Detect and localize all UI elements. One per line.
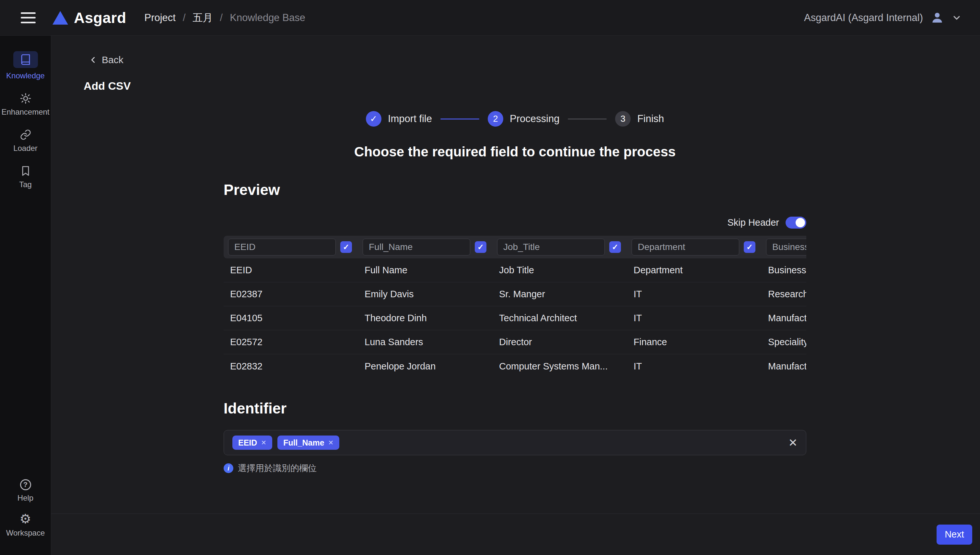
table-cell: Job Title (492, 265, 627, 276)
breadcrumb-project[interactable]: Project (144, 12, 175, 24)
table-cell: Penelope Jordan (358, 361, 492, 372)
column-checkbox[interactable]: ✓ (340, 241, 352, 253)
user-icon[interactable] (930, 11, 945, 25)
table-cell: IT (627, 313, 761, 324)
back-label: Back (102, 55, 124, 66)
table-cell: E02572 (224, 337, 358, 347)
back-button[interactable]: Back (88, 55, 124, 66)
column-field-input[interactable] (228, 239, 336, 255)
account-label: AsgardAI (Asgard Internal) (804, 12, 923, 24)
table-row: E02572 Luna Sanders Director Finance Spe… (224, 330, 806, 354)
clear-all-icon[interactable]: ✕ (789, 436, 798, 449)
identifier-select[interactable]: EEID ✕ Full_Name ✕ ✕ (224, 430, 806, 455)
table-cell: Emily Davis (358, 289, 492, 300)
breadcrumb-separator: / (183, 12, 186, 24)
table-cell: Manufactu (761, 361, 806, 372)
bookmark-icon (20, 165, 31, 177)
help-icon: ? (20, 479, 31, 490)
stepper: ✓ Import file 2 Processing 3 Finish (224, 111, 806, 127)
identifier-heading: Identifier (224, 399, 806, 417)
identifier-chip: EEID ✕ (232, 436, 272, 450)
column-field-input[interactable] (632, 239, 739, 255)
footer-bar: Next (51, 513, 980, 555)
table-cell: EEID (224, 265, 358, 276)
step-import-file: ✓ Import file (366, 111, 432, 127)
table-cell: Computer Systems Man... (492, 361, 627, 372)
column-header-cell: ✓ (632, 239, 766, 255)
sun-icon (20, 93, 31, 104)
sidebar-item-label: Enhancement (1, 107, 49, 117)
sidebar-item-label: Help (18, 494, 34, 502)
table-cell: E04105 (224, 313, 358, 324)
step-number: 3 (615, 111, 631, 127)
toggle-knob (796, 218, 805, 227)
page-title: Add CSV (84, 80, 980, 92)
chip-remove-icon[interactable]: ✕ (261, 439, 266, 446)
table-row: EEID Full Name Job Title Department Busi… (224, 258, 806, 282)
table-header-row: ✓ ✓ ✓ ✓ (224, 236, 806, 258)
table-cell: Department (627, 265, 761, 276)
sidebar-item-label: Workspace (6, 528, 45, 537)
next-button[interactable]: Next (937, 525, 972, 545)
breadcrumb-current-page: Knowledge Base (230, 12, 305, 24)
main-content: Back Add CSV ✓ Import file 2 Processing … (51, 35, 980, 555)
skip-header-label: Skip Header (727, 217, 779, 228)
column-checkbox[interactable]: ✓ (475, 241, 486, 253)
breadcrumb-separator: / (220, 12, 223, 24)
sidebar-item-enhancement[interactable]: Enhancement (0, 93, 51, 117)
sidebar-item-label: Knowledge (6, 71, 45, 80)
sidebar: Knowledge Enhancement Loader Tag ? Help (0, 35, 51, 555)
step-check-icon: ✓ (366, 111, 381, 127)
sidebar-item-knowledge[interactable]: Knowledge (0, 51, 51, 80)
step-label: Processing (510, 113, 559, 125)
table-cell: Manufactu (761, 313, 806, 324)
step-number: 2 (488, 111, 503, 127)
skip-header-toggle[interactable] (785, 217, 806, 229)
table-cell: IT (627, 289, 761, 300)
app-logo[interactable]: Asgard (53, 9, 126, 27)
preview-table: ✓ ✓ ✓ ✓ (224, 236, 806, 378)
step-connector (441, 119, 479, 119)
step-processing: 2 Processing (488, 111, 559, 127)
identifier-hint: 選擇用於識別的欄位 (238, 462, 317, 474)
chip-label: Full_Name (283, 438, 324, 448)
table-cell: Full Name (358, 265, 492, 276)
chip-remove-icon[interactable]: ✕ (328, 439, 334, 446)
column-checkbox[interactable]: ✓ (744, 241, 755, 253)
app-name: Asgard (74, 9, 126, 27)
sidebar-item-help[interactable]: ? Help (0, 479, 51, 502)
column-checkbox[interactable]: ✓ (609, 241, 621, 253)
gear-icon: ⚙ (20, 512, 31, 525)
column-field-input[interactable] (363, 239, 470, 255)
chip-label: EEID (238, 438, 257, 448)
column-header-cell: ✓ (497, 239, 632, 255)
table-cell: Sr. Manger (492, 289, 627, 300)
table-cell: Theodore Dinh (358, 313, 492, 324)
table-row: E02832 Penelope Jordan Computer Systems … (224, 354, 806, 378)
column-header-cell: ✓ (363, 239, 497, 255)
column-field-input[interactable] (766, 239, 806, 255)
step-connector (568, 119, 607, 119)
breadcrumb-folder[interactable]: 五月 (193, 11, 213, 25)
sidebar-item-label: Loader (13, 144, 38, 153)
sidebar-item-loader[interactable]: Loader (0, 129, 51, 153)
table-cell: Speciality (761, 337, 806, 347)
chevron-left-icon (88, 55, 98, 65)
book-icon (13, 51, 38, 68)
chevron-down-icon[interactable] (951, 13, 962, 23)
topbar: Asgard Project / 五月 / Knowledge Base Asg… (0, 0, 980, 35)
column-header-cell: ✓ (766, 239, 806, 255)
breadcrumb: Project / 五月 / Knowledge Base (144, 11, 305, 25)
info-icon: i (224, 464, 233, 473)
step-label: Import file (388, 113, 432, 125)
sidebar-item-tag[interactable]: Tag (0, 165, 51, 189)
table-cell: Technical Architect (492, 313, 627, 324)
step-label: Finish (637, 113, 664, 125)
table-cell: E02387 (224, 289, 358, 300)
column-field-input[interactable] (497, 239, 605, 255)
menu-icon[interactable] (21, 12, 35, 23)
sidebar-item-workspace[interactable]: ⚙ Workspace (0, 512, 51, 537)
table-cell: Luna Sanders (358, 337, 492, 347)
page-subtitle: Choose the required field to continue th… (224, 144, 806, 160)
step-finish: 3 Finish (615, 111, 664, 127)
